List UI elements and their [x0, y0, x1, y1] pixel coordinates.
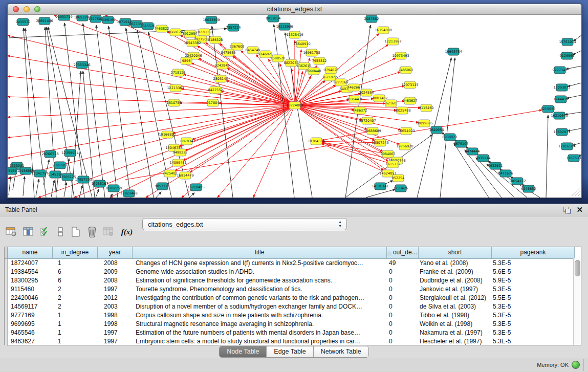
graph-node[interactable]: 12505125	[59, 173, 76, 181]
scrollbar-thumb[interactable]	[575, 260, 580, 276]
function-builder-icon[interactable]: f(x)	[120, 224, 134, 239]
graph-node[interactable]: 16914479	[177, 172, 193, 179]
graph-node[interactable]: 2718126	[171, 69, 186, 76]
cell-in_degree[interactable]: 1	[53, 329, 98, 337]
cell-title[interactable]: Structural magnetic resonance image aver…	[133, 320, 387, 329]
column-header-pagerank[interactable]: pagerank	[492, 247, 575, 258]
cell-name[interactable]: 18300295	[8, 276, 53, 285]
cell-short[interactable]: Tibbo et al. (1998)	[419, 311, 492, 320]
graph-node[interactable]: 16154808	[375, 27, 391, 34]
graph-node[interactable]: 18807243	[372, 139, 388, 146]
cell-pagerank[interactable]: 5.3E-5	[492, 329, 575, 337]
cell-in_degree[interactable]: 2	[53, 302, 98, 311]
graph-node[interactable]: 12093872	[553, 84, 570, 91]
graph-node[interactable]: 16033809	[203, 16, 220, 24]
graph-node[interactable]: 9397587	[53, 162, 68, 169]
graph-node[interactable]: 62160	[385, 100, 397, 107]
cell-name[interactable]: 9699695	[8, 320, 53, 329]
cell-short[interactable]: Hescheler et al. (1997)	[419, 337, 492, 346]
cell-out_de[interactable]: 0	[387, 311, 419, 320]
network-window[interactable]: citations_edges.txt 18724007943557220691…	[7, 4, 582, 198]
graph-node[interactable]: 1640954	[429, 126, 444, 134]
graph-node[interactable]: 19166822	[159, 131, 176, 138]
table-settings-icon[interactable]	[4, 224, 18, 239]
cell-pagerank[interactable]: 5.6E-5	[492, 268, 575, 276]
table-selector-combobox[interactable]: citations_edges.txt ▲ ▼	[142, 218, 347, 230]
cell-in_degree[interactable]: 6	[53, 268, 98, 276]
graph-node[interactable]: 7515526	[141, 23, 156, 30]
cell-short[interactable]: de Silva et al. (2003)	[419, 302, 492, 311]
graph-node[interactable]: 10807487	[371, 95, 387, 102]
graph-node[interactable]: 9498222	[173, 149, 188, 156]
select-columns-check-icon[interactable]	[38, 224, 52, 239]
graph-node[interactable]: 1733426	[394, 185, 408, 192]
graph-node[interactable]: 14136141	[372, 183, 388, 190]
graph-node[interactable]: 17957253	[75, 176, 92, 183]
window-titlebar[interactable]: citations_edges.txt	[8, 4, 581, 15]
cell-in_degree[interactable]: 1	[53, 311, 98, 320]
table-vertical-scrollbar[interactable]	[573, 258, 581, 345]
graph-node[interactable]: 2935114	[476, 155, 491, 162]
graph-node[interactable]: 887834	[181, 138, 193, 145]
graph-node[interactable]: 7955812	[312, 57, 327, 64]
cell-out_de[interactable]: 0	[387, 285, 419, 294]
cell-title[interactable]: Genome-wide association studies in ADHD.	[133, 268, 387, 276]
graph-node[interactable]: 7463822	[155, 25, 169, 32]
cell-pagerank[interactable]: 5.3E-5	[492, 337, 575, 346]
graph-node[interactable]: 9245652	[521, 185, 536, 192]
cell-pagerank[interactable]: 5.3E-5	[492, 311, 575, 320]
tab-network-table[interactable]: Network Table	[314, 346, 368, 357]
cell-in_degree[interactable]: 1	[53, 337, 98, 346]
graph-node[interactable]: 917004	[207, 99, 220, 106]
cell-year[interactable]: 2009	[98, 268, 133, 276]
cell-year[interactable]: 2012	[98, 294, 133, 302]
graph-node[interactable]: 6679197	[454, 140, 469, 147]
table-row[interactable]: 969969511998Structural magnetic resonanc…	[5, 320, 581, 329]
cell-short[interactable]: Nakamura et al. (1997)	[419, 329, 492, 337]
graph-node[interactable]: 33159	[8, 167, 17, 174]
cell-name[interactable]: 9463627	[8, 337, 53, 346]
graph-node[interactable]: 19218906	[276, 23, 293, 30]
cell-pagerank[interactable]: 5.3E-5	[492, 259, 575, 268]
graph-node[interactable]: 20206528	[41, 150, 58, 158]
graph-node[interactable]: 1588520	[271, 55, 286, 62]
table-row[interactable]: 1456911722003Disruption of a novel membe…	[5, 302, 581, 311]
graph-node[interactable]: 1244419	[554, 96, 569, 103]
column-header-out_de[interactable]: △out_de…	[387, 247, 419, 258]
graph-node[interactable]: 2803144	[213, 75, 228, 82]
cell-name[interactable]: 22420046	[8, 294, 53, 302]
graph-node[interactable]: 8475685	[221, 49, 236, 56]
graph-node[interactable]: 3024554	[359, 89, 374, 96]
cell-short[interactable]: Dudbridge et al. (2008)	[419, 276, 492, 285]
graph-node[interactable]: 1621072	[322, 74, 337, 81]
graph-node[interactable]: 10688609	[364, 127, 381, 135]
combobox-stepper-icon[interactable]: ▲ ▼	[338, 219, 342, 229]
memory-ok-led-icon[interactable]	[572, 361, 580, 369]
graph-node[interactable]: 8813054	[266, 15, 281, 22]
cell-short[interactable]: Wolkin et al. (1998)	[419, 320, 492, 329]
graph-node[interactable]: 13325419	[286, 31, 303, 38]
cell-title[interactable]: Estimation of the future numbers of pati…	[133, 329, 387, 337]
graph-node[interactable]: 7485063	[399, 67, 413, 74]
graph-node[interactable]: 9242848	[215, 62, 230, 69]
graph-node[interactable]: 10025488	[394, 107, 410, 114]
graph-node[interactable]: 15751074	[559, 38, 576, 46]
cell-title[interactable]: Tourette syndrome. Phenomenology and cla…	[133, 285, 387, 294]
cell-year[interactable]: 2003	[98, 302, 133, 311]
cell-out_de[interactable]: 0	[387, 268, 419, 276]
cell-out_de[interactable]: 0	[387, 329, 419, 337]
close-icon[interactable]: ✕	[576, 205, 583, 214]
column-header-in_degree[interactable]: in_degree	[53, 247, 98, 258]
graph-node[interactable]: 9115460	[419, 104, 434, 112]
cell-short[interactable]: Franke et al. (2009)	[419, 268, 492, 276]
graph-node[interactable]: 12973115	[401, 81, 418, 89]
graph-node[interactable]: 8912954	[183, 30, 198, 37]
cell-pagerank[interactable]: 5.3E-5	[492, 285, 575, 294]
cell-pagerank[interactable]: 5.9E-5	[492, 276, 575, 285]
cell-year[interactable]: 1997	[98, 329, 133, 337]
canvas-resize-grip[interactable]	[572, 188, 580, 196]
graph-node[interactable]: 10899695	[416, 120, 432, 127]
graph-node[interactable]: 8938923	[443, 134, 458, 141]
cell-year[interactable]: 1997	[98, 285, 133, 294]
graph-node[interactable]: 9463627	[403, 97, 418, 104]
